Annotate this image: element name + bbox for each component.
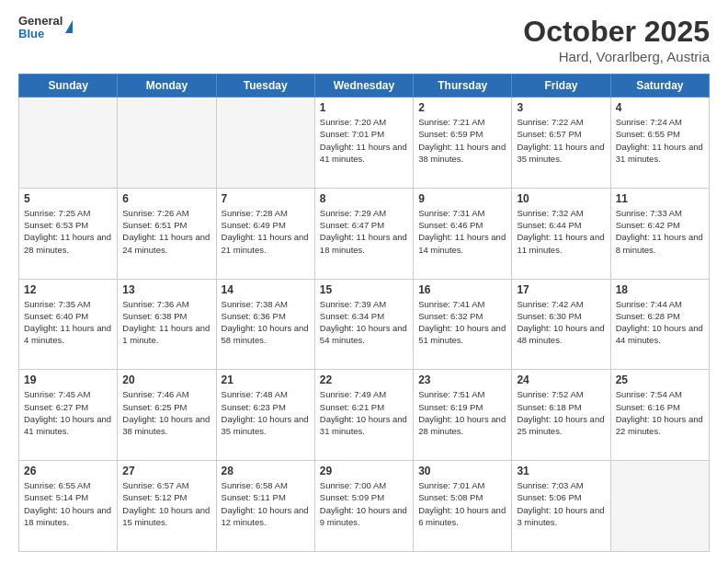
day-info: Sunrise: 7:54 AMSunset: 6:16 PMDaylight:…	[616, 388, 704, 437]
logo: General Blue	[18, 15, 73, 41]
day-number: 3	[517, 101, 605, 114]
table-row: 17Sunrise: 7:42 AMSunset: 6:30 PMDayligh…	[512, 279, 610, 370]
day-info: Sunrise: 6:57 AMSunset: 5:12 PMDaylight:…	[122, 479, 210, 528]
day-number: 16	[418, 283, 506, 296]
day-header-monday: Monday	[118, 75, 216, 98]
day-number: 1	[320, 101, 408, 114]
day-info: Sunrise: 7:00 AMSunset: 5:09 PMDaylight:…	[320, 479, 408, 528]
table-row	[610, 461, 709, 552]
day-number: 5	[24, 192, 112, 205]
title-block: October 2025 Hard, Vorarlberg, Austria	[523, 15, 710, 64]
day-header-thursday: Thursday	[414, 75, 512, 98]
day-number: 24	[517, 373, 605, 386]
day-header-saturday: Saturday	[610, 75, 709, 98]
table-row: 10Sunrise: 7:32 AMSunset: 6:44 PMDayligh…	[512, 188, 610, 279]
table-row: 27Sunrise: 6:57 AMSunset: 5:12 PMDayligh…	[118, 461, 216, 552]
day-info: Sunrise: 7:35 AMSunset: 6:40 PMDaylight:…	[24, 298, 112, 347]
table-row: 21Sunrise: 7:48 AMSunset: 6:23 PMDayligh…	[216, 370, 314, 461]
day-header-wednesday: Wednesday	[314, 75, 413, 98]
table-row: 6Sunrise: 7:26 AMSunset: 6:51 PMDaylight…	[118, 188, 216, 279]
day-header-friday: Friday	[512, 75, 610, 98]
day-info: Sunrise: 7:28 AMSunset: 6:49 PMDaylight:…	[222, 207, 310, 256]
calendar-week-row: 1Sunrise: 7:20 AMSunset: 7:01 PMDaylight…	[19, 98, 710, 189]
table-row: 29Sunrise: 7:00 AMSunset: 5:09 PMDayligh…	[314, 461, 413, 552]
table-row: 30Sunrise: 7:01 AMSunset: 5:08 PMDayligh…	[414, 461, 512, 552]
day-number: 25	[616, 373, 704, 386]
day-info: Sunrise: 7:32 AMSunset: 6:44 PMDaylight:…	[517, 207, 605, 256]
table-row: 11Sunrise: 7:33 AMSunset: 6:42 PMDayligh…	[610, 188, 709, 279]
day-number: 21	[222, 373, 310, 386]
table-row: 23Sunrise: 7:51 AMSunset: 6:19 PMDayligh…	[414, 370, 512, 461]
day-info: Sunrise: 7:49 AMSunset: 6:21 PMDaylight:…	[320, 388, 408, 437]
day-info: Sunrise: 6:55 AMSunset: 5:14 PMDaylight:…	[24, 479, 112, 528]
day-number: 8	[320, 192, 408, 205]
day-number: 28	[222, 465, 310, 477]
calendar-week-row: 5Sunrise: 7:25 AMSunset: 6:53 PMDaylight…	[19, 188, 710, 279]
day-number: 14	[222, 283, 310, 296]
day-number: 10	[517, 192, 605, 205]
day-number: 2	[418, 101, 506, 114]
day-number: 26	[24, 465, 112, 477]
day-info: Sunrise: 7:36 AMSunset: 6:38 PMDaylight:…	[122, 298, 210, 347]
calendar-title: October 2025	[523, 15, 710, 49]
day-info: Sunrise: 7:48 AMSunset: 6:23 PMDaylight:…	[222, 388, 310, 437]
table-row: 9Sunrise: 7:31 AMSunset: 6:46 PMDaylight…	[414, 188, 512, 279]
day-number: 17	[517, 283, 605, 296]
day-number: 30	[418, 465, 506, 477]
table-row: 5Sunrise: 7:25 AMSunset: 6:53 PMDaylight…	[19, 188, 118, 279]
header: General Blue October 2025 Hard, Vorarlbe…	[18, 15, 710, 64]
day-info: Sunrise: 7:51 AMSunset: 6:19 PMDaylight:…	[418, 388, 506, 437]
day-number: 13	[122, 283, 210, 296]
day-header-sunday: Sunday	[19, 75, 118, 98]
day-number: 12	[24, 283, 112, 296]
day-info: Sunrise: 7:41 AMSunset: 6:32 PMDaylight:…	[418, 298, 506, 347]
day-info: Sunrise: 7:01 AMSunset: 5:08 PMDaylight:…	[418, 479, 506, 528]
table-row: 16Sunrise: 7:41 AMSunset: 6:32 PMDayligh…	[414, 279, 512, 370]
table-row: 1Sunrise: 7:20 AMSunset: 7:01 PMDaylight…	[314, 98, 413, 189]
day-info: Sunrise: 7:20 AMSunset: 7:01 PMDaylight:…	[320, 116, 408, 165]
table-row	[118, 98, 216, 189]
table-row	[216, 98, 314, 189]
day-number: 18	[616, 283, 704, 296]
day-info: Sunrise: 7:39 AMSunset: 6:34 PMDaylight:…	[320, 298, 408, 347]
day-number: 23	[418, 373, 506, 386]
day-info: Sunrise: 7:46 AMSunset: 6:25 PMDaylight:…	[122, 388, 210, 437]
calendar-week-row: 19Sunrise: 7:45 AMSunset: 6:27 PMDayligh…	[19, 370, 710, 461]
day-number: 11	[616, 192, 704, 205]
day-info: Sunrise: 7:44 AMSunset: 6:28 PMDaylight:…	[616, 298, 704, 347]
day-number: 22	[320, 373, 408, 386]
table-row: 28Sunrise: 6:58 AMSunset: 5:11 PMDayligh…	[216, 461, 314, 552]
day-number: 29	[320, 465, 408, 477]
day-info: Sunrise: 7:21 AMSunset: 6:59 PMDaylight:…	[418, 116, 506, 165]
table-row: 18Sunrise: 7:44 AMSunset: 6:28 PMDayligh…	[610, 279, 709, 370]
logo-general-text: General	[18, 15, 63, 28]
day-header-tuesday: Tuesday	[216, 75, 314, 98]
table-row: 19Sunrise: 7:45 AMSunset: 6:27 PMDayligh…	[19, 370, 118, 461]
calendar-week-row: 26Sunrise: 6:55 AMSunset: 5:14 PMDayligh…	[19, 461, 710, 552]
day-number: 9	[418, 192, 506, 205]
day-number: 4	[616, 101, 704, 114]
table-row: 20Sunrise: 7:46 AMSunset: 6:25 PMDayligh…	[118, 370, 216, 461]
table-row: 15Sunrise: 7:39 AMSunset: 6:34 PMDayligh…	[314, 279, 413, 370]
table-row: 2Sunrise: 7:21 AMSunset: 6:59 PMDaylight…	[414, 98, 512, 189]
day-info: Sunrise: 7:33 AMSunset: 6:42 PMDaylight:…	[616, 207, 704, 256]
day-info: Sunrise: 7:52 AMSunset: 6:18 PMDaylight:…	[517, 388, 605, 437]
calendar-table: Sunday Monday Tuesday Wednesday Thursday…	[18, 74, 710, 552]
table-row: 7Sunrise: 7:28 AMSunset: 6:49 PMDaylight…	[216, 188, 314, 279]
day-info: Sunrise: 7:45 AMSunset: 6:27 PMDaylight:…	[24, 388, 112, 437]
day-number: 7	[222, 192, 310, 205]
day-number: 31	[517, 465, 605, 477]
day-info: Sunrise: 6:58 AMSunset: 5:11 PMDaylight:…	[222, 479, 310, 528]
page: General Blue October 2025 Hard, Vorarlbe…	[0, 0, 728, 563]
day-info: Sunrise: 7:03 AMSunset: 5:06 PMDaylight:…	[517, 479, 605, 528]
table-row: 13Sunrise: 7:36 AMSunset: 6:38 PMDayligh…	[118, 279, 216, 370]
calendar-header-row: Sunday Monday Tuesday Wednesday Thursday…	[19, 75, 710, 98]
day-number: 20	[122, 373, 210, 386]
table-row: 31Sunrise: 7:03 AMSunset: 5:06 PMDayligh…	[512, 461, 610, 552]
day-info: Sunrise: 7:31 AMSunset: 6:46 PMDaylight:…	[418, 207, 506, 256]
table-row	[19, 98, 118, 189]
day-info: Sunrise: 7:25 AMSunset: 6:53 PMDaylight:…	[24, 207, 112, 256]
table-row: 3Sunrise: 7:22 AMSunset: 6:57 PMDaylight…	[512, 98, 610, 189]
table-row: 4Sunrise: 7:24 AMSunset: 6:55 PMDaylight…	[610, 98, 709, 189]
table-row: 22Sunrise: 7:49 AMSunset: 6:21 PMDayligh…	[314, 370, 413, 461]
